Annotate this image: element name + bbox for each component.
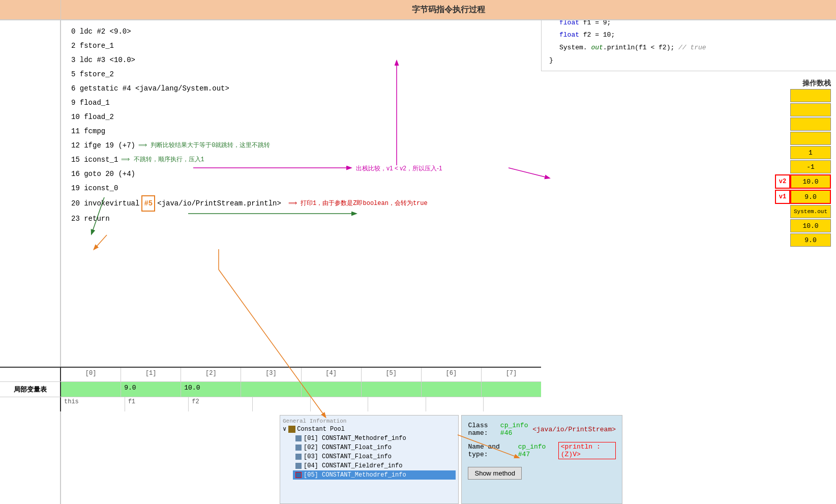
- lv-names-row: this f1 f2: [0, 397, 541, 411]
- page-title: 字节码指令执行过程: [61, 5, 836, 15]
- cp-classname-link[interactable]: cp_info #46: [500, 422, 528, 437]
- cp-item-02[interactable]: [02] CONSTANT_Float_info: [293, 443, 456, 452]
- cp-item-02-text: [02] CONSTANT_Float_info: [304, 444, 392, 451]
- bc-line-19: 19 iconst_0: [71, 181, 531, 195]
- bc-line-20: 20 invokevirtual #5 <java/io/PrintStream…: [71, 195, 531, 212]
- code-line3-type: float: [559, 31, 583, 39]
- code-line4-text: System. out.println(f1 < f2); // true: [559, 44, 706, 51]
- cp-nametype-label: Name and type:: [468, 443, 514, 458]
- cp-item-01-text: [01] CONSTANT_Methodref_info: [304, 435, 406, 442]
- cp-item-icon-1: [295, 435, 302, 441]
- lv-col-headers-row: [0] [1] [2] [3] [4] [5] [6] [7]: [0, 368, 541, 382]
- lv-data-row: 局部变量表 9.0 10.0: [0, 382, 541, 397]
- label-column: [0, 20, 61, 504]
- stack-cell-empty2: [790, 103, 831, 116]
- stack-cell-10: 10.0: [790, 219, 831, 232]
- operand-stack: 1 -1 v2 10.0 v1 9.0 System.out 10.0 9.0: [775, 89, 831, 247]
- cp-nametype-row: Name and type: cp_info #47 <println : (Z…: [468, 442, 616, 459]
- lv-cell-6: [422, 382, 482, 397]
- lv-names-label-space: [0, 397, 61, 411]
- lv-col-2: [2]: [181, 368, 241, 381]
- lv-cell-4: [302, 382, 362, 397]
- lv-label-space: [0, 368, 61, 381]
- lv-names-cells: this f1 f2: [61, 397, 541, 411]
- stack-cell-sysout: System.out: [790, 205, 831, 218]
- show-method-btn-container: Show method: [468, 467, 616, 480]
- cp-item-03-text: [03] CONSTANT_Float_info: [304, 453, 392, 460]
- stack-label-v1: v1: [775, 190, 790, 204]
- cp-general-info: General Information: [283, 418, 456, 424]
- cp-title: Constant Pool: [297, 426, 345, 433]
- cp-classname-label: Class name:: [468, 422, 496, 437]
- show-method-button[interactable]: Show method: [468, 467, 522, 480]
- lv-col-7: [7]: [482, 368, 541, 381]
- stack-cell-9: 9.0: [790, 233, 831, 247]
- lv-name-4: [311, 397, 369, 411]
- cp-title-row: ∨ Constant Pool: [283, 425, 456, 433]
- code-line3-var: f2 = 10;: [583, 31, 615, 39]
- cp-nametype-value: <println : (Z)V>: [558, 442, 616, 459]
- stack-cell-empty1: [790, 89, 831, 102]
- cp-item-01[interactable]: [01] CONSTANT_Methodref_info: [293, 434, 456, 443]
- lv-col-3: [3]: [241, 368, 301, 381]
- cp-nametype-link[interactable]: cp_info #47: [518, 443, 554, 458]
- stack-cell-1: 1: [790, 146, 831, 159]
- cp-item-icon-4: [295, 463, 302, 469]
- stack-cell-empty4: [790, 132, 831, 145]
- lv-name-0: this: [61, 397, 125, 411]
- lv-name-1: f1: [125, 397, 189, 411]
- cp-item-icon-3: [295, 454, 302, 460]
- bc-line-2: 2 fstore_1: [71, 39, 531, 53]
- lv-cell-2: 10.0: [181, 382, 241, 397]
- cp-expand-icon[interactable]: ∨: [283, 425, 286, 433]
- lv-cell-7: [482, 382, 541, 397]
- cp-classname-row: Class name: cp_info #46 <java/io/PrintSt…: [468, 422, 616, 437]
- stack-label-v2: v2: [775, 174, 790, 189]
- stack-cell-v2: 10.0: [790, 174, 831, 189]
- stack-cell-empty3: [790, 117, 831, 131]
- bytecode-content: 0 ldc #2 <9.0> 2 fstore_1 3 ldc #3 <10.0…: [61, 20, 541, 367]
- lv-col-5: [5]: [362, 368, 422, 381]
- lv-table-label: 局部变量表: [0, 382, 61, 397]
- lv-data-cells: 9.0 10.0: [61, 382, 541, 397]
- stack-cell-v1-container: v1 9.0: [775, 190, 831, 204]
- stack-cell-v1: 9.0: [790, 190, 831, 204]
- cp-info-panel: Class name: cp_info #46 <java/io/PrintSt…: [461, 415, 622, 504]
- stack-cell-neg1: -1: [790, 160, 831, 173]
- local-var-table: [0] [1] [2] [3] [4] [5] [6] [7] 局部变量表 9.…: [0, 367, 541, 412]
- lv-name-3: [253, 397, 311, 411]
- code-line5-brace: }: [549, 56, 553, 64]
- lv-name-2: f2: [189, 397, 253, 411]
- lv-col-1: [1]: [121, 368, 181, 381]
- lv-name-6: [426, 397, 484, 411]
- bc-line-15: 15 iconst_1 ⟹ 不跳转，顺序执行，压入1: [71, 153, 531, 167]
- lv-cols: [0] [1] [2] [3] [4] [5] [6] [7]: [61, 368, 541, 381]
- cp-item-05[interactable]: [05] CONSTANT_Methodref_info: [293, 470, 456, 480]
- bottom-panels: General Information ∨ Constant Pool [01]…: [280, 415, 622, 504]
- lv-cell-3: [241, 382, 301, 397]
- bc-line-5: 5 fstore_2: [71, 67, 531, 81]
- cp-folder-icon: [288, 426, 295, 433]
- operand-stack-label: 操作数栈: [802, 79, 831, 88]
- bc-line-11: 11 fcmpg: [71, 124, 531, 138]
- cp-item-04[interactable]: [04] CONSTANT_Fieldref_info: [293, 461, 456, 470]
- cp-items-list: [01] CONSTANT_Methodref_info [02] CONSTA…: [283, 434, 456, 480]
- cp-item-04-text: [04] CONSTANT_Fieldref_info: [304, 462, 402, 469]
- lv-cell-5: [362, 382, 422, 397]
- cp-item-03[interactable]: [03] CONSTANT_Float_info: [293, 452, 456, 461]
- lv-col-4: [4]: [302, 368, 362, 381]
- lv-col-0: [0]: [61, 368, 121, 381]
- bc-line-12: 12 ifge 19 (+7) ⟹ 判断比较结果大于等于0就跳转，这里不跳转: [71, 138, 531, 153]
- bc-line-10: 10 fload_2: [71, 110, 531, 124]
- cp-item-icon-2: [295, 444, 302, 451]
- lv-name-5: [368, 397, 426, 411]
- bc-line-6: 6 getstatic #4 <java/lang/System.out>: [71, 81, 531, 96]
- cp-item-icon-5: [295, 472, 302, 478]
- lv-col-6: [6]: [422, 368, 482, 381]
- main-container: 字节码指令执行过程 public void compare2() { float…: [0, 0, 836, 504]
- bc-line-23: 23 return: [71, 212, 531, 226]
- lv-cell-0: [61, 382, 121, 397]
- lv-cell-1: 9.0: [121, 382, 181, 397]
- stack-cell-v2-container: v2 10.0: [775, 174, 831, 189]
- lv-name-7: [484, 397, 541, 411]
